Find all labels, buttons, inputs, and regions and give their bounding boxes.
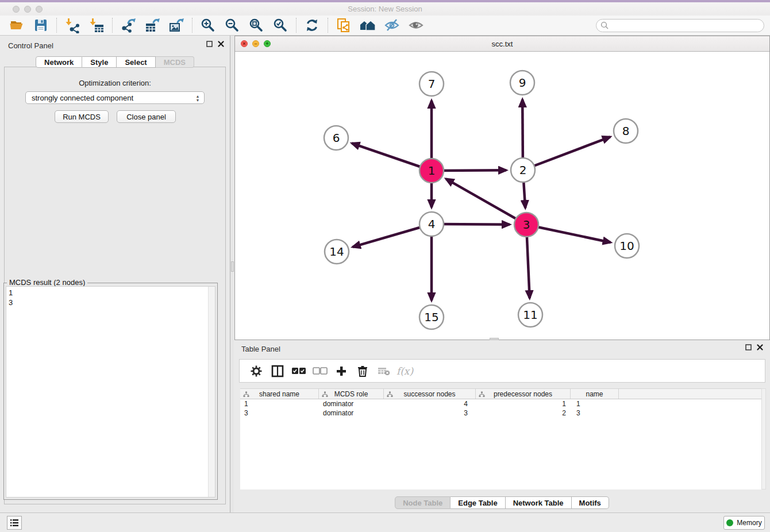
table-cell[interactable]: 3	[384, 408, 476, 418]
divider-grip[interactable]	[231, 261, 234, 272]
table-scrollbar[interactable]	[761, 388, 766, 489]
tab-node-table[interactable]: Node Table	[395, 496, 451, 509]
delete-column-button[interactable]	[352, 362, 373, 380]
graph-node-4[interactable]: 4	[419, 212, 444, 236]
float-panel-icon[interactable]	[206, 41, 213, 47]
toolbar-separator	[192, 18, 192, 33]
home-layout-button[interactable]	[358, 17, 378, 34]
table-settings-button[interactable]	[245, 362, 267, 380]
tab-edge-table[interactable]: Edge Table	[451, 496, 505, 509]
zoom-out-button[interactable]	[222, 17, 242, 34]
mcds-result-list[interactable]: 13	[6, 286, 215, 498]
task-history-button[interactable]	[7, 516, 22, 530]
node-table: shared nameMCDS rolesuccessor nodesprede…	[240, 388, 765, 489]
graph-node-9[interactable]: 9	[510, 71, 534, 95]
checked-boxes-icon	[291, 367, 306, 375]
graph-node-7[interactable]: 7	[419, 72, 444, 96]
column-header-successor-nodes[interactable]: successor nodes	[384, 389, 476, 399]
table-row[interactable]: 3dominator323	[240, 408, 765, 418]
graph-node-14[interactable]: 14	[325, 240, 349, 264]
close-panel-button[interactable]: Close panel	[117, 110, 176, 123]
float-table-panel-icon[interactable]	[745, 344, 752, 350]
run-mcds-button[interactable]: Run MCDS	[55, 110, 109, 123]
result-scrollbar[interactable]	[208, 287, 215, 497]
graph-node-6[interactable]: 6	[324, 126, 348, 150]
table-cell[interactable]: 3	[571, 408, 619, 418]
graph-node-3[interactable]: 3	[514, 213, 538, 237]
zoom-fit-button[interactable]	[247, 17, 266, 34]
table-cell[interactable]: dominator	[319, 408, 384, 418]
show-details-button[interactable]	[406, 17, 426, 34]
table-cell[interactable]: 1	[476, 399, 571, 408]
save-session-button[interactable]	[31, 17, 51, 34]
network-canvas[interactable]: 7968124314101511	[235, 52, 769, 340]
tab-mcds[interactable]: MCDS	[156, 56, 194, 68]
table-cell[interactable]: 1	[571, 399, 619, 408]
table-cell[interactable]: 4	[384, 399, 476, 408]
column-header-predecessor-nodes[interactable]: predecessor nodes	[476, 389, 571, 399]
tab-motifs[interactable]: Motifs	[572, 496, 609, 509]
svg-text:11: 11	[523, 308, 537, 322]
table-cell[interactable]: dominator	[319, 399, 384, 408]
refresh-button[interactable]	[302, 17, 322, 34]
graph-node-15[interactable]: 15	[419, 305, 444, 329]
graph-node-1[interactable]: 1	[419, 159, 444, 183]
graph-edge-3-10[interactable]	[526, 225, 611, 242]
show-column-button[interactable]	[267, 362, 288, 380]
search-field-wrap	[596, 19, 764, 32]
graph-edge-3-1[interactable]	[446, 179, 526, 225]
tab-select[interactable]: Select	[117, 56, 155, 68]
export-image-button[interactable]	[167, 17, 186, 34]
memory-label: Memory	[737, 519, 761, 527]
graph-node-8[interactable]: 8	[614, 119, 638, 143]
network-graph[interactable]: 7968124314101511	[235, 52, 769, 340]
table-cell[interactable]: 1	[240, 399, 319, 408]
column-header-shared-name[interactable]: shared name	[240, 389, 319, 399]
status-bar: Memory	[0, 512, 770, 532]
tab-style[interactable]: Style	[82, 56, 117, 68]
search-input[interactable]	[596, 19, 764, 32]
open-session-button[interactable]	[7, 17, 26, 34]
clone-network-button[interactable]	[334, 17, 353, 34]
clone-network-icon	[336, 18, 352, 33]
delete-table-button[interactable]	[373, 362, 394, 380]
zoom-in-button[interactable]	[198, 17, 218, 34]
toolbar-separator	[296, 18, 297, 33]
table-cell[interactable]: 2	[476, 408, 571, 418]
zoom-selected-button[interactable]	[271, 17, 290, 34]
mcds-result-line: 1	[6, 288, 215, 298]
import-table-button[interactable]	[87, 17, 106, 34]
app-titlebar: Session: New Session	[0, 2, 770, 16]
select-stepper-icon: ▲▼	[194, 94, 202, 103]
hide-details-button[interactable]	[382, 17, 402, 34]
import-network-button[interactable]	[63, 17, 82, 34]
memory-button[interactable]: Memory	[723, 516, 765, 530]
close-panel-icon[interactable]	[218, 41, 224, 47]
column-header-name[interactable]: name	[571, 389, 619, 399]
export-network-button[interactable]	[118, 17, 138, 34]
column-header-filler	[619, 389, 765, 399]
table-cell[interactable]: 3	[240, 408, 319, 418]
search-icon	[600, 21, 609, 30]
graph-node-2[interactable]: 2	[511, 158, 535, 182]
column-header-MCDS-role[interactable]: MCDS role	[319, 389, 384, 399]
table-row[interactable]: 1dominator411	[240, 399, 765, 408]
tab-network-table[interactable]: Network Table	[506, 496, 572, 509]
node-table-body: 1dominator4113dominator323	[240, 399, 765, 418]
graph-edge-2-8[interactable]	[523, 137, 610, 170]
graph-node-11[interactable]: 11	[518, 303, 542, 327]
select-all-rows-button[interactable]	[288, 362, 309, 380]
criterion-select[interactable]: strongly connected component ▲▼	[25, 91, 205, 104]
close-table-panel-icon[interactable]	[757, 344, 763, 350]
panel-split-divider[interactable]	[230, 36, 234, 512]
deselect-all-rows-button[interactable]	[309, 362, 330, 380]
table-tabs: Node Table Edge Table Network Table Moti…	[234, 496, 770, 509]
network-window-titlebar[interactable]: × – + scc.txt	[235, 36, 769, 52]
trash-icon	[357, 365, 368, 377]
column-header-label: predecessor nodes	[494, 390, 552, 398]
function-builder-button[interactable]: f(x)	[394, 362, 415, 380]
export-table-button[interactable]	[143, 17, 162, 34]
create-column-button[interactable]	[330, 362, 352, 380]
tab-network[interactable]: Network	[36, 56, 82, 68]
graph-node-10[interactable]: 10	[615, 234, 639, 258]
